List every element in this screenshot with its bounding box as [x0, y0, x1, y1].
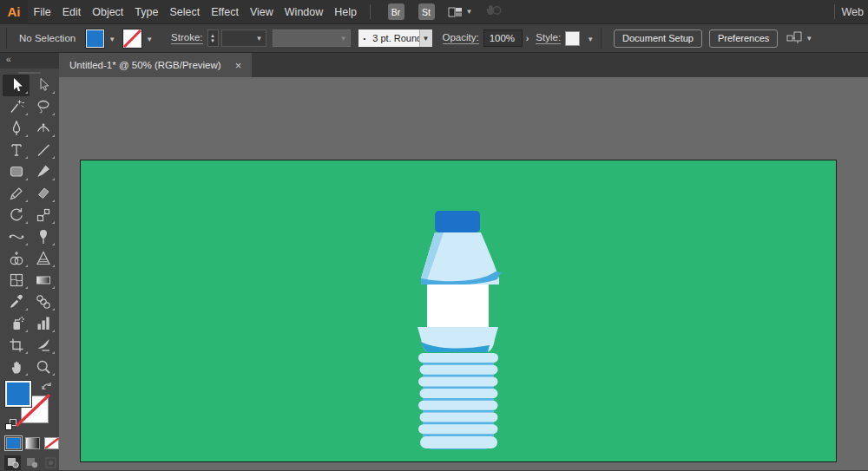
- pen-tool[interactable]: [3, 118, 30, 140]
- magic-wand-tool[interactable]: [3, 96, 30, 118]
- panel-grip[interactable]: [18, 72, 41, 74]
- water-bottle-illustration: [382, 200, 538, 460]
- mesh-icon: [8, 271, 25, 289]
- stroke-label[interactable]: Stroke:: [171, 32, 202, 44]
- draw-inside-button[interactable]: [43, 455, 59, 470]
- opacity-input[interactable]: 100%: [483, 29, 523, 47]
- line-segment-icon: [35, 141, 52, 159]
- pencil-tool[interactable]: [3, 183, 30, 205]
- type-tool[interactable]: [3, 140, 30, 161]
- fill-indicator[interactable]: [5, 381, 31, 407]
- preferences-button[interactable]: Preferences: [709, 29, 778, 48]
- lasso-tool[interactable]: [30, 96, 56, 118]
- tab-close-icon[interactable]: ×: [235, 60, 242, 71]
- bottle-label: [427, 285, 489, 327]
- chevron-down-icon[interactable]: ▼: [146, 36, 153, 43]
- menu-select[interactable]: Select: [164, 0, 206, 24]
- slice-icon: [35, 337, 52, 354]
- direct-selection-icon: [35, 76, 52, 94]
- lasso-icon: [35, 98, 52, 115]
- rotate-icon: [8, 206, 25, 224]
- paintbrush-tool[interactable]: [30, 161, 56, 183]
- curvature-tool[interactable]: [30, 118, 56, 140]
- chevron-down-icon[interactable]: ▼: [587, 36, 594, 43]
- mesh-tool[interactable]: [3, 270, 30, 291]
- rectangle-tool[interactable]: [3, 161, 30, 183]
- chevron-down-icon: ▼: [466, 8, 473, 16]
- brush-definition-dropdown[interactable]: ▼: [273, 29, 351, 47]
- workspace-switcher[interactable]: Web: [842, 6, 868, 18]
- stroke-color-swatch[interactable]: [123, 29, 141, 48]
- curvature-icon: [35, 120, 52, 137]
- direct-selection-tool[interactable]: [30, 75, 56, 96]
- symbol-flow-button[interactable]: ▼: [786, 31, 812, 45]
- eraser-tool[interactable]: [30, 183, 56, 205]
- column-graph-tool[interactable]: [30, 313, 56, 335]
- draw-behind-button[interactable]: [23, 455, 40, 470]
- arrange-documents-icon: [448, 6, 463, 18]
- gradient-tool[interactable]: [30, 270, 56, 291]
- rotate-tool[interactable]: [3, 205, 30, 226]
- menu-view[interactable]: View: [244, 0, 279, 24]
- menu-edit[interactable]: Edit: [56, 0, 87, 24]
- menu-bar: Ai FileEditObjectTypeSelectEffectViewWin…: [0, 0, 868, 24]
- pencil-icon: [8, 185, 25, 202]
- swap-fill-stroke-icon[interactable]: [41, 381, 53, 392]
- blend-tool[interactable]: [30, 291, 56, 313]
- document-tab-title: Untitled-1* @ 50% (RGB/Preview): [69, 60, 221, 70]
- menu-help[interactable]: Help: [329, 0, 363, 24]
- artboard-tool[interactable]: [3, 335, 30, 357]
- chevron-down-icon[interactable]: ▼: [108, 36, 115, 43]
- shape-builder-tool[interactable]: [3, 248, 30, 270]
- document-tab[interactable]: Untitled-1* @ 50% (RGB/Preview) ×: [59, 53, 252, 77]
- draw-normal-button[interactable]: [4, 455, 21, 470]
- eyedropper-tool[interactable]: [3, 291, 30, 313]
- stock-button[interactable]: St: [418, 3, 435, 20]
- arrange-documents-button[interactable]: ▼: [448, 6, 473, 18]
- rectangle-icon: [8, 163, 25, 180]
- document-setup-button[interactable]: Document Setup: [614, 29, 702, 48]
- width-icon: [8, 228, 25, 245]
- gradient-button[interactable]: [25, 437, 40, 449]
- touch-workspace-icon[interactable]: [483, 3, 503, 22]
- symbol-sprayer-tool[interactable]: [3, 313, 30, 335]
- perspective-grid-icon: [35, 250, 52, 267]
- line-segment-tool[interactable]: [30, 140, 56, 161]
- selection-status: No Selection: [19, 33, 76, 43]
- width-tool[interactable]: [3, 226, 30, 248]
- color-button[interactable]: [6, 437, 21, 449]
- puppet-warp-icon: [35, 228, 52, 245]
- zoom-tool[interactable]: [30, 357, 56, 378]
- fill-stroke-indicator: [0, 381, 59, 435]
- collapse-panel-button[interactable]: «: [0, 53, 59, 69]
- canvas-area[interactable]: [59, 77, 868, 470]
- menu-file[interactable]: File: [28, 0, 56, 24]
- stroke-width-stepper[interactable]: ▲▼: [207, 29, 219, 47]
- control-bar: No Selection ▼ ▼ Stroke: ▲▼ ▼ ▼ •3 pt. R…: [0, 24, 868, 53]
- artboard[interactable]: [81, 160, 836, 461]
- hand-tool[interactable]: [3, 357, 30, 378]
- slice-tool[interactable]: [30, 335, 56, 357]
- stroke-width-dropdown[interactable]: ▼: [221, 29, 266, 47]
- bottle-ridge: [420, 389, 498, 398]
- type-icon: [8, 141, 25, 159]
- menu-object[interactable]: Object: [87, 0, 129, 24]
- puppet-warp-tool[interactable]: [30, 226, 56, 248]
- next-arrow-icon[interactable]: ›: [526, 33, 529, 43]
- bridge-button[interactable]: Br: [388, 3, 404, 20]
- selection-tool[interactable]: [3, 75, 30, 96]
- perspective-grid-tool[interactable]: [30, 248, 56, 270]
- menu-window[interactable]: Window: [279, 0, 328, 24]
- variable-width-profile-dropdown[interactable]: •3 pt. Round ▼: [358, 29, 432, 47]
- style-label[interactable]: Style:: [536, 32, 561, 44]
- none-button[interactable]: [44, 437, 59, 449]
- opacity-label[interactable]: Opacity:: [443, 32, 479, 44]
- bottle-ridge: [420, 436, 497, 448]
- scale-tool[interactable]: [30, 205, 56, 226]
- style-swatch[interactable]: [565, 31, 580, 46]
- menu-effect[interactable]: Effect: [206, 0, 245, 24]
- fill-color-swatch[interactable]: [86, 29, 104, 48]
- eyedropper-icon: [8, 293, 25, 311]
- color-mode-buttons: [0, 435, 59, 449]
- menu-type[interactable]: Type: [129, 0, 164, 24]
